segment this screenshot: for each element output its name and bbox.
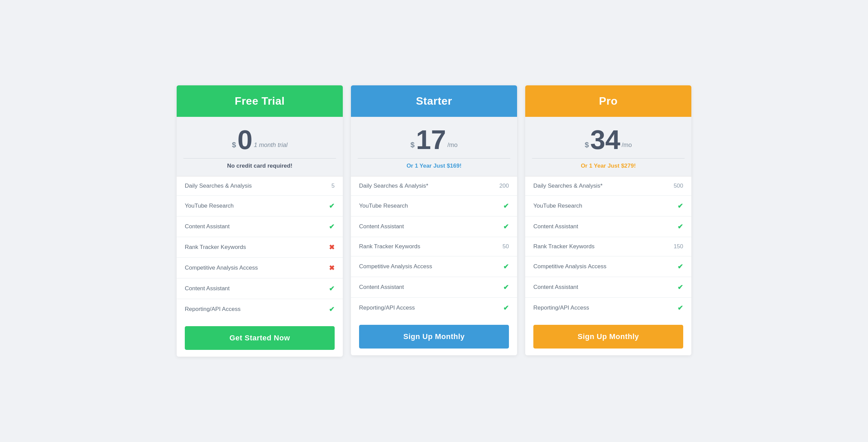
pricing-card-pro: Pro$34/moOr 1 Year Just $279!Daily Searc…	[525, 85, 691, 355]
feature-row: Daily Searches & Analysis5	[177, 176, 343, 196]
feature-row: YouTube Research✔	[177, 196, 343, 216]
cta-button-free[interactable]: Get Started Now	[185, 326, 335, 350]
price-divider-pro	[532, 158, 685, 159]
feature-value: ✔	[503, 223, 509, 231]
price-divider-free	[183, 158, 336, 159]
feature-value: 5	[332, 183, 335, 189]
feature-value: ✔	[677, 304, 683, 312]
price-note-pro: Or 1 Year Just $279!	[532, 163, 685, 169]
feature-value: 200	[499, 183, 509, 189]
card-header-pro: Pro	[525, 85, 691, 117]
feature-row: Content Assistant✔	[525, 277, 691, 298]
feature-value: 50	[502, 243, 509, 250]
price-note-starter: Or 1 Year Just $169!	[358, 163, 510, 169]
feature-row: Content Assistant✔	[351, 277, 517, 298]
price-amount-starter: 17	[416, 126, 446, 153]
feature-name: Reporting/API Access	[533, 304, 677, 311]
price-amount-free: 0	[237, 126, 253, 153]
feature-value: ✖	[329, 243, 335, 251]
feature-name: YouTube Research	[185, 203, 329, 209]
price-section-starter: $17/moOr 1 Year Just $169!	[351, 117, 517, 176]
feature-name: Daily Searches & Analysis*	[359, 183, 499, 189]
feature-row: Content Assistant✔	[525, 216, 691, 237]
price-dollar-free: $	[232, 141, 236, 149]
feature-row: Content Assistant✔	[177, 278, 343, 299]
feature-value: ✔	[677, 262, 683, 271]
feature-value: ✔	[677, 283, 683, 291]
feature-row: Daily Searches & Analysis*500	[525, 176, 691, 196]
feature-row: Content Assistant✔	[177, 216, 343, 237]
cta-button-pro[interactable]: Sign Up Monthly	[533, 325, 683, 349]
feature-row: Rank Tracker Keywords✖	[177, 237, 343, 258]
feature-value: ✔	[329, 202, 335, 210]
price-amount-pro: 34	[590, 126, 620, 153]
feature-name: Content Assistant	[533, 284, 677, 291]
feature-name: YouTube Research	[533, 203, 677, 209]
price-row-starter: $17/mo	[358, 126, 510, 153]
price-period-starter: /mo	[448, 142, 458, 149]
price-row-pro: $34/mo	[532, 126, 685, 153]
feature-name: Competitive Analysis Access	[533, 263, 677, 270]
price-trial-free: 1 month trial	[254, 142, 288, 149]
feature-name: Competitive Analysis Access	[359, 263, 503, 270]
feature-name: Daily Searches & Analysis*	[533, 183, 674, 189]
price-note-free: No credit card required!	[183, 163, 336, 169]
feature-value: ✔	[503, 304, 509, 312]
feature-name: Rank Tracker Keywords	[533, 243, 674, 250]
feature-row: YouTube Research✔	[525, 196, 691, 216]
features-list-pro: Daily Searches & Analysis*500YouTube Res…	[525, 176, 691, 318]
price-row-free: $01 month trial	[183, 126, 336, 153]
feature-row: Content Assistant✔	[351, 216, 517, 237]
features-list-free: Daily Searches & Analysis5YouTube Resear…	[177, 176, 343, 319]
card-header-starter: Starter	[351, 85, 517, 117]
features-list-starter: Daily Searches & Analysis*200YouTube Res…	[351, 176, 517, 318]
feature-row: Daily Searches & Analysis*200	[351, 176, 517, 196]
feature-row: Reporting/API Access✔	[525, 298, 691, 318]
plan-title-pro: Pro	[532, 95, 685, 107]
feature-value: ✔	[503, 262, 509, 271]
plan-title-free: Free Trial	[183, 95, 336, 107]
feature-name: Content Assistant	[359, 223, 503, 230]
feature-name: Content Assistant	[185, 223, 329, 230]
feature-name: Content Assistant	[359, 284, 503, 291]
feature-name: Reporting/API Access	[185, 306, 329, 313]
feature-value: ✔	[329, 285, 335, 293]
feature-value: ✔	[677, 223, 683, 231]
feature-value: 150	[674, 243, 683, 250]
feature-row: Reporting/API Access✔	[177, 299, 343, 319]
feature-name: Competitive Analysis Access	[185, 265, 329, 271]
feature-row: Reporting/API Access✔	[351, 298, 517, 318]
feature-value: ✔	[503, 283, 509, 291]
pricing-container: Free Trial$01 month trialNo credit card …	[170, 85, 698, 357]
feature-value: ✔	[329, 223, 335, 231]
feature-row: Competitive Analysis Access✖	[177, 258, 343, 278]
feature-row: Competitive Analysis Access✔	[351, 256, 517, 277]
feature-value: ✔	[329, 305, 335, 313]
feature-name: Rank Tracker Keywords	[185, 244, 329, 251]
feature-row: Rank Tracker Keywords50	[351, 237, 517, 256]
price-dollar-pro: $	[585, 141, 589, 149]
feature-name: YouTube Research	[359, 203, 503, 209]
feature-row: Rank Tracker Keywords150	[525, 237, 691, 256]
pricing-card-starter: Starter$17/moOr 1 Year Just $169!Daily S…	[351, 85, 517, 355]
feature-value: ✔	[677, 202, 683, 210]
feature-name: Rank Tracker Keywords	[359, 243, 502, 250]
price-divider-starter	[358, 158, 510, 159]
price-dollar-starter: $	[410, 141, 414, 149]
feature-row: YouTube Research✔	[351, 196, 517, 216]
price-section-pro: $34/moOr 1 Year Just $279!	[525, 117, 691, 176]
feature-value: ✔	[503, 202, 509, 210]
feature-name: Content Assistant	[185, 285, 329, 292]
feature-name: Content Assistant	[533, 223, 677, 230]
cta-button-starter[interactable]: Sign Up Monthly	[359, 325, 509, 349]
feature-value: 500	[674, 183, 683, 189]
feature-row: Competitive Analysis Access✔	[525, 256, 691, 277]
pricing-card-free: Free Trial$01 month trialNo credit card …	[177, 85, 343, 357]
feature-name: Reporting/API Access	[359, 304, 503, 311]
feature-name: Daily Searches & Analysis	[185, 183, 332, 189]
plan-title-starter: Starter	[358, 95, 510, 107]
feature-value: ✖	[329, 264, 335, 272]
price-period-pro: /mo	[622, 142, 632, 149]
card-header-free: Free Trial	[177, 85, 343, 117]
price-section-free: $01 month trialNo credit card required!	[177, 117, 343, 176]
